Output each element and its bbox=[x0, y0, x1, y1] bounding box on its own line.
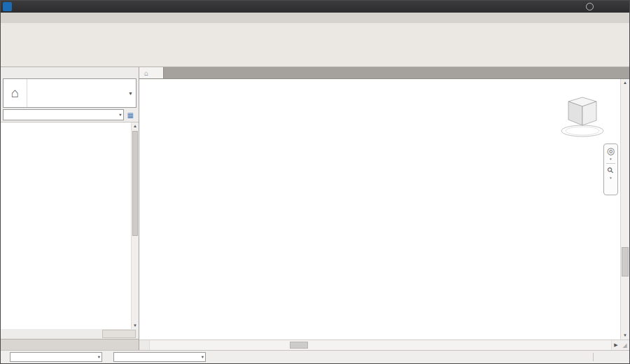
scroll-right-icon[interactable]: ▶ bbox=[611, 340, 620, 350]
design-options-dropdown-icon[interactable]: ▾ bbox=[200, 354, 205, 360]
zoom-dropdown-icon[interactable]: ▾ bbox=[610, 176, 612, 180]
quick-access-toolbar bbox=[3, 1, 12, 13]
window-title bbox=[1, 1, 629, 13]
instance-selector[interactable]: ▾ bbox=[3, 109, 124, 120]
zoom-tool-icon[interactable]: ⚲ bbox=[606, 165, 616, 176]
edit-type-button[interactable]: ▦ bbox=[126, 111, 136, 119]
navigation-bar[interactable]: ◎ ▾ ⚲ ▾ bbox=[603, 144, 618, 195]
title-bar bbox=[1, 1, 629, 13]
properties-scrollbar[interactable]: ▲ ▼ bbox=[131, 122, 139, 329]
help-icon[interactable] bbox=[586, 3, 594, 10]
view-3d-tab-icon: ⌂ bbox=[144, 69, 148, 77]
vertical-scrollbar[interactable]: ▲ ▼ bbox=[620, 79, 629, 340]
apply-button[interactable] bbox=[102, 330, 136, 338]
design-options-combobox[interactable]: ▾ bbox=[113, 352, 206, 362]
workset-dropdown-icon[interactable]: ▾ bbox=[97, 354, 102, 360]
steering-wheel-icon[interactable]: ◎ bbox=[607, 146, 615, 156]
scrollbar-thumb[interactable] bbox=[622, 247, 629, 276]
type-selector[interactable]: ⌂ ▼ bbox=[3, 78, 136, 108]
ribbon bbox=[1, 23, 629, 67]
edit-type-icon: ▦ bbox=[127, 111, 134, 119]
resize-grip[interactable]: ◢ bbox=[620, 340, 629, 350]
model-viewport[interactable]: ◎ ▾ ⚲ ▾ bbox=[139, 79, 620, 340]
scroll-down-icon[interactable]: ▼ bbox=[132, 322, 139, 329]
horizontal-scrollbar[interactable] bbox=[149, 340, 611, 350]
palette-tabs bbox=[1, 339, 139, 350]
titlebar-right bbox=[561, 1, 626, 13]
type-selector-dropdown-icon[interactable]: ▼ bbox=[128, 91, 136, 96]
revit-logo-icon[interactable] bbox=[3, 2, 12, 11]
status-bar: ▾ ▾ bbox=[1, 350, 629, 363]
instance-selector-dropdown-icon[interactable]: ▾ bbox=[118, 112, 122, 118]
scroll-up-icon[interactable]: ▲ bbox=[132, 122, 139, 130]
ribbon-tab-bar bbox=[1, 13, 629, 23]
properties-panel: ⌂ ▼ ▾ ▦ ▲ ▼ bbox=[1, 67, 139, 350]
view-tab-3d[interactable]: ⌂ bbox=[139, 67, 164, 78]
workset-combobox[interactable]: ▾ bbox=[10, 352, 102, 362]
scrollbar-thumb[interactable] bbox=[290, 342, 308, 349]
properties-grid: ▲ ▼ bbox=[1, 122, 139, 329]
view-3d-icon: ⌂ bbox=[4, 79, 27, 107]
scrollbar-thumb[interactable] bbox=[132, 131, 138, 236]
view-tab-bar: ⌂ bbox=[139, 67, 629, 79]
view-control-bar bbox=[139, 340, 149, 350]
scroll-down-icon[interactable]: ▼ bbox=[621, 332, 629, 340]
revit-window: ⌂ ▼ ▾ ▦ ▲ ▼ bbox=[0, 0, 630, 364]
scroll-up-icon[interactable]: ▲ bbox=[621, 79, 629, 87]
canvas-bottom-bar: ▶ ◢ bbox=[139, 340, 629, 350]
staircase-3d-model bbox=[139, 79, 620, 340]
navbar-divider bbox=[606, 163, 615, 164]
wheel-dropdown-icon[interactable]: ▾ bbox=[610, 157, 612, 161]
view-cube[interactable] bbox=[559, 94, 606, 144]
drawing-canvas-area: ⌂ ◎ ▾ bbox=[139, 67, 629, 350]
statusbar-divider bbox=[593, 353, 594, 361]
